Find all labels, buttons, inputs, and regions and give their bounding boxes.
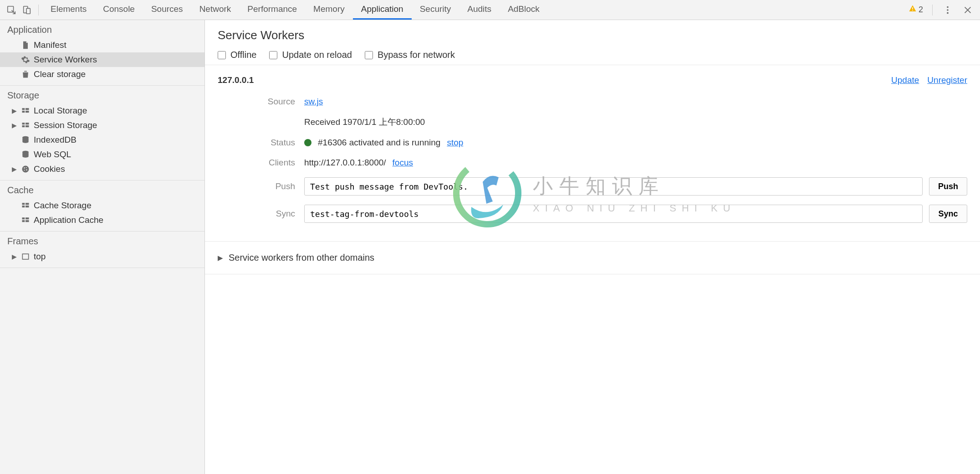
svg-rect-2 <box>26 8 30 14</box>
svg-rect-4 <box>912 10 913 11</box>
offline-label: Offline <box>230 50 256 60</box>
inspect-element-icon[interactable] <box>4 2 19 18</box>
source-label: Source <box>218 97 304 107</box>
file-icon <box>21 41 30 50</box>
top-tabs: ElementsConsoleSourcesNetworkPerformance… <box>42 0 548 20</box>
frame-icon <box>21 252 30 261</box>
update-link[interactable]: Update <box>891 75 919 85</box>
other-domains-label: Service workers from other domains <box>229 252 374 263</box>
bypass-for-network-input[interactable] <box>365 51 373 59</box>
svg-point-6 <box>947 9 949 11</box>
clients-url: http://127.0.0.1:8000/ <box>304 158 386 168</box>
scope-name: 127.0.0.1 <box>218 75 254 85</box>
sidebar-item-top[interactable]: ▶top <box>0 249 204 264</box>
sidebar-item-cache-storage[interactable]: Cache Storage <box>0 198 204 213</box>
sidebar-item-local-storage[interactable]: ▶Local Storage <box>0 103 204 118</box>
svg-rect-3 <box>912 7 913 10</box>
svg-rect-9 <box>26 108 29 110</box>
sidebar-item-indexeddb[interactable]: IndexedDB <box>0 133 204 147</box>
warning-icon <box>909 5 917 15</box>
svg-rect-13 <box>26 123 29 124</box>
svg-point-19 <box>24 167 25 169</box>
tab-audits[interactable]: Audits <box>459 0 500 20</box>
sidebar-item-manifest[interactable]: Manifest <box>0 38 204 52</box>
source-row: Source sw.js <box>218 92 967 112</box>
devtools-top-bar: ElementsConsoleSourcesNetworkPerformance… <box>0 0 980 20</box>
push-row: Push Push <box>218 173 967 200</box>
sidebar-item-label: Web SQL <box>34 149 71 160</box>
tab-adblock[interactable]: AdBlock <box>500 0 548 20</box>
sidebar-section-application: ApplicationManifestService WorkersClear … <box>0 20 204 86</box>
sidebar-item-web-sql[interactable]: Web SQL <box>0 147 204 162</box>
warning-count-value: 2 <box>919 5 923 15</box>
grid-icon <box>21 121 30 130</box>
sidebar-item-service-workers[interactable]: Service Workers <box>0 52 204 67</box>
sidebar-item-label: Session Storage <box>34 120 97 130</box>
push-button[interactable]: Push <box>929 177 967 196</box>
offline-checkbox-input[interactable] <box>218 51 226 59</box>
svg-point-5 <box>947 6 949 8</box>
other-domains-row[interactable]: ▶ Service workers from other domains <box>205 241 980 274</box>
svg-point-21 <box>26 169 27 170</box>
sidebar-section-title: Cache <box>0 180 204 198</box>
sync-button[interactable]: Sync <box>929 205 967 223</box>
update-on-reload-input[interactable] <box>269 51 277 59</box>
sidebar-item-label: Cookies <box>34 164 65 174</box>
scope-row: 127.0.0.1 Update Unregister <box>205 65 980 90</box>
trash-icon <box>21 70 30 79</box>
checkbox-row: Offline Update on reload Bypass for netw… <box>218 50 967 60</box>
received-value: Received 1970/1/1 上午8:00:00 <box>304 116 967 128</box>
source-link[interactable]: sw.js <box>304 97 323 107</box>
update-on-reload-label: Update on reload <box>282 50 352 60</box>
svg-rect-30 <box>26 220 29 222</box>
tab-application[interactable]: Application <box>353 0 412 20</box>
sidebar: ApplicationManifestService WorkersClear … <box>0 20 205 474</box>
warning-count[interactable]: 2 <box>906 5 926 15</box>
tab-network[interactable]: Network <box>191 0 240 20</box>
content-panel: Service Workers Offline Update on reload… <box>205 20 980 474</box>
tab-elements[interactable]: Elements <box>42 0 95 20</box>
push-label: Push <box>218 181 304 191</box>
clients-label: Clients <box>218 158 304 168</box>
clients-row: Clients http://127.0.0.1:8000/ focus <box>218 153 967 173</box>
unregister-link[interactable]: Unregister <box>927 75 967 85</box>
svg-rect-23 <box>22 203 25 205</box>
tab-sources[interactable]: Sources <box>143 0 191 20</box>
db-icon <box>21 150 30 159</box>
clients-focus-link[interactable]: focus <box>393 158 413 168</box>
bypass-for-network-checkbox[interactable]: Bypass for network <box>365 50 455 60</box>
offline-checkbox[interactable]: Offline <box>218 50 256 60</box>
svg-point-7 <box>947 12 949 14</box>
sync-input[interactable] <box>304 205 923 223</box>
device-toolbar-icon[interactable] <box>19 2 35 18</box>
more-options-icon[interactable] <box>939 2 956 18</box>
sidebar-item-label: Manifest <box>34 40 66 50</box>
tab-console[interactable]: Console <box>95 0 143 20</box>
sidebar-item-application-cache[interactable]: Application Cache <box>0 213 204 227</box>
sidebar-item-clear-storage[interactable]: Clear storage <box>0 67 204 82</box>
expand-triangle-icon: ▶ <box>11 253 17 260</box>
close-icon[interactable] <box>959 2 976 18</box>
sidebar-item-session-storage[interactable]: ▶Session Storage <box>0 118 204 133</box>
sidebar-section-storage: Storage▶Local Storage▶Session StorageInd… <box>0 86 204 180</box>
status-text: #16306 activated and is running <box>318 138 440 148</box>
sidebar-section-frames: Frames▶top <box>0 232 204 268</box>
sidebar-item-label: IndexedDB <box>34 135 77 145</box>
update-on-reload-checkbox[interactable]: Update on reload <box>269 50 352 60</box>
expand-triangle-icon: ▶ <box>11 107 17 114</box>
sync-label: Sync <box>218 209 304 219</box>
status-dot-icon <box>304 139 311 146</box>
status-row: Status #16306 activated and is running s… <box>218 133 967 153</box>
svg-rect-29 <box>22 220 25 222</box>
expand-triangle-icon: ▶ <box>11 165 17 173</box>
tab-security[interactable]: Security <box>412 0 459 20</box>
main-split: ApplicationManifestService WorkersClear … <box>0 20 980 474</box>
tab-performance[interactable]: Performance <box>239 0 305 20</box>
sidebar-item-cookies[interactable]: ▶Cookies <box>0 162 204 176</box>
sidebar-item-label: top <box>34 252 46 262</box>
tab-memory[interactable]: Memory <box>305 0 353 20</box>
svg-point-22 <box>24 170 25 171</box>
sidebar-item-label: Cache Storage <box>34 201 92 211</box>
status-stop-link[interactable]: stop <box>447 138 463 148</box>
push-input[interactable] <box>304 177 923 196</box>
